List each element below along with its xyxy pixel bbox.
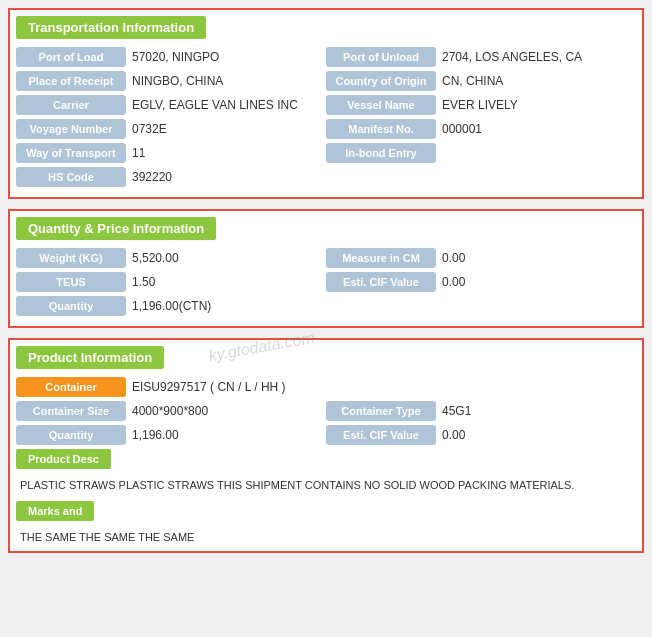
esti-cif-label: Esti. CIF Value: [326, 272, 436, 292]
way-of-transport-value: 11: [132, 146, 326, 160]
quantity-label: Quantity: [16, 296, 126, 316]
weight-row: Weight (KG) 5,520.00 Measure in CM 0.00: [16, 248, 636, 268]
vessel-name-value: EVER LIVELY: [442, 98, 636, 112]
in-bond-entry-group: In-bond Entry: [326, 143, 636, 163]
port-of-unload-value: 2704, LOS ANGELES, CA: [442, 50, 636, 64]
product-desc-header: Product Desc: [16, 449, 111, 469]
port-row: Port of Load 57020, NINGPO Port of Unloa…: [16, 47, 636, 67]
product-quantity-group: Quantity 1,196.00: [16, 425, 326, 445]
weight-group: Weight (KG) 5,520.00: [16, 248, 326, 268]
container-row: Container EISU9297517 ( CN / L / HH ): [16, 377, 636, 397]
teus-value: 1.50: [132, 275, 326, 289]
esti-cif-group: Esti. CIF Value 0.00: [326, 272, 636, 292]
quantity-price-section: Quantity & Price Information Weight (KG)…: [8, 209, 644, 328]
container-type-group: Container Type 45G1: [326, 401, 636, 421]
vessel-name-label: Vessel Name: [326, 95, 436, 115]
product-esti-cif-value: 0.00: [442, 428, 636, 442]
voyage-number-value: 0732E: [132, 122, 326, 136]
manifest-no-value: 000001: [442, 122, 636, 136]
quantity-row: Quantity 1,196.00(CTN): [16, 296, 636, 316]
hs-row: HS Code 392220: [16, 167, 636, 187]
container-value: EISU9297517 ( CN / L / HH ): [132, 380, 636, 394]
hs-code-value: 392220: [132, 170, 326, 184]
place-of-receipt-value: NINGBO, CHINA: [132, 74, 326, 88]
container-size-row: Container Size 4000*900*800 Container Ty…: [16, 401, 636, 421]
container-type-label: Container Type: [326, 401, 436, 421]
port-of-unload-group: Port of Unload 2704, LOS ANGELES, CA: [326, 47, 636, 67]
transport-row: Way of Transport 11 In-bond Entry: [16, 143, 636, 163]
product-esti-cif-label: Esti. CIF Value: [326, 425, 436, 445]
container-group: Container EISU9297517 ( CN / L / HH ): [16, 377, 636, 397]
place-of-receipt-label: Place of Receipt: [16, 71, 126, 91]
way-of-transport-label: Way of Transport: [16, 143, 126, 163]
product-header: Product Information: [16, 346, 164, 369]
container-size-group: Container Size 4000*900*800: [16, 401, 326, 421]
hs-code-label: HS Code: [16, 167, 126, 187]
manifest-no-label: Manifest No.: [326, 119, 436, 139]
country-of-origin-label: Country of Origin: [326, 71, 436, 91]
way-of-transport-group: Way of Transport 11: [16, 143, 326, 163]
teus-row: TEUS 1.50 Esti. CIF Value 0.00: [16, 272, 636, 292]
receipt-row: Place of Receipt NINGBO, CHINA Country o…: [16, 71, 636, 91]
carrier-label: Carrier: [16, 95, 126, 115]
measure-in-cm-label: Measure in CM: [326, 248, 436, 268]
weight-label: Weight (KG): [16, 248, 126, 268]
manifest-no-group: Manifest No. 000001: [326, 119, 636, 139]
product-desc-text: PLASTIC STRAWS PLASTIC STRAWS THIS SHIPM…: [16, 477, 636, 493]
quantity-price-header: Quantity & Price Information: [16, 217, 216, 240]
marks-text: THE SAME THE SAME THE SAME: [16, 529, 636, 545]
container-size-value: 4000*900*800: [132, 404, 326, 418]
product-desc-row: Product Desc: [16, 449, 636, 473]
voyage-row: Voyage Number 0732E Manifest No. 000001: [16, 119, 636, 139]
country-of-origin-group: Country of Origin CN, CHINA: [326, 71, 636, 91]
port-of-load-label: Port of Load: [16, 47, 126, 67]
transportation-header: Transportation Information: [16, 16, 206, 39]
measure-in-cm-value: 0.00: [442, 251, 636, 265]
container-type-value: 45G1: [442, 404, 636, 418]
marks-header: Marks and: [16, 501, 94, 521]
carrier-value: EGLV, EAGLE VAN LINES INC: [132, 98, 326, 112]
carrier-group: Carrier EGLV, EAGLE VAN LINES INC: [16, 95, 326, 115]
product-quantity-row: Quantity 1,196.00 Esti. CIF Value 0.00: [16, 425, 636, 445]
in-bond-entry-label: In-bond Entry: [326, 143, 436, 163]
place-of-receipt-group: Place of Receipt NINGBO, CHINA: [16, 71, 326, 91]
port-of-load-value: 57020, NINGPO: [132, 50, 326, 64]
product-section: Product Information Container EISU929751…: [8, 338, 644, 553]
country-of-origin-value: CN, CHINA: [442, 74, 636, 88]
weight-value: 5,520.00: [132, 251, 326, 265]
port-of-load-group: Port of Load 57020, NINGPO: [16, 47, 326, 67]
container-label: Container: [16, 377, 126, 397]
voyage-number-group: Voyage Number 0732E: [16, 119, 326, 139]
quantity-group: Quantity 1,196.00(CTN): [16, 296, 326, 316]
product-quantity-value: 1,196.00: [132, 428, 326, 442]
vessel-name-group: Vessel Name EVER LIVELY: [326, 95, 636, 115]
quantity-value: 1,196.00(CTN): [132, 299, 326, 313]
transportation-section: Transportation Information Port of Load …: [8, 8, 644, 199]
port-of-unload-label: Port of Unload: [326, 47, 436, 67]
esti-cif-value: 0.00: [442, 275, 636, 289]
voyage-number-label: Voyage Number: [16, 119, 126, 139]
container-size-label: Container Size: [16, 401, 126, 421]
hs-code-group: HS Code 392220: [16, 167, 326, 187]
product-quantity-label: Quantity: [16, 425, 126, 445]
teus-group: TEUS 1.50: [16, 272, 326, 292]
carrier-row: Carrier EGLV, EAGLE VAN LINES INC Vessel…: [16, 95, 636, 115]
measure-in-cm-group: Measure in CM 0.00: [326, 248, 636, 268]
marks-row: Marks and: [16, 497, 636, 525]
product-esti-cif-group: Esti. CIF Value 0.00: [326, 425, 636, 445]
teus-label: TEUS: [16, 272, 126, 292]
